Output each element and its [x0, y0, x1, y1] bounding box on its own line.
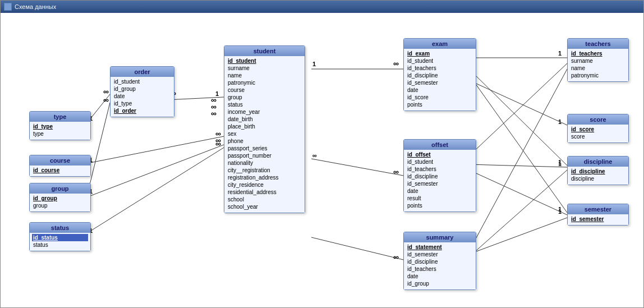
svg-text:∞: ∞ — [215, 129, 221, 138]
table-status-body: id_status status — [30, 233, 90, 251]
field-exam-id_student: id_student — [407, 57, 472, 65]
field-student-name: name — [228, 72, 301, 79]
field-student-residential_address: residential_address — [228, 189, 301, 196]
table-discipline[interactable]: discipline id_discipline discipline — [567, 156, 629, 185]
table-exam-header: exam — [404, 39, 476, 49]
field-summary-date: date — [407, 273, 472, 280]
table-student[interactable]: student id_student surname name patronym… — [224, 45, 305, 213]
svg-line-30 — [469, 69, 567, 166]
svg-text:1: 1 — [558, 208, 562, 215]
field-exam-id_score: id_score — [407, 94, 472, 101]
field-student-course: course — [228, 86, 301, 94]
field-exam-id_discipline: id_discipline — [407, 72, 472, 79]
field-exam-id_semester: id_semester — [407, 79, 472, 86]
field-student-city_residence: city_residence — [228, 181, 301, 189]
field-order-id_order: id_order — [114, 107, 171, 114]
field-student-income_year: income_year — [228, 108, 301, 116]
svg-text:∞: ∞ — [211, 102, 217, 111]
field-student-surname: surname — [228, 65, 301, 72]
field-student-school_year: school_year — [228, 203, 301, 210]
svg-text:1: 1 — [312, 61, 316, 67]
field-id_status: id_status — [32, 234, 88, 241]
svg-line-0 — [167, 97, 224, 100]
svg-text:1: 1 — [215, 90, 219, 97]
table-discipline-body: id_discipline discipline — [568, 167, 628, 185]
field-offset-points: points — [407, 202, 472, 209]
field-status: status — [33, 241, 87, 249]
field-score-id_score: id_score — [571, 126, 625, 133]
svg-text:∞: ∞ — [103, 95, 109, 104]
table-course[interactable]: course id_course — [29, 155, 91, 177]
svg-line-20 — [311, 159, 403, 176]
field-exam-id_teachers: id_teachers — [407, 65, 472, 72]
table-score-header: score — [568, 114, 628, 125]
table-teachers[interactable]: teachers id_teachers surname name patron… — [567, 38, 629, 82]
field-student-id_student: id_student — [228, 57, 301, 65]
svg-text:1: 1 — [558, 50, 562, 57]
svg-text:1: 1 — [558, 160, 562, 167]
field-student-passport_series: passport_series — [228, 145, 301, 152]
field-summary-id_teachers: id_teachers — [407, 265, 472, 273]
svg-text:1: 1 — [558, 159, 562, 166]
svg-line-39 — [469, 170, 567, 215]
svg-text:∞: ∞ — [211, 109, 217, 118]
field-id_course: id_course — [33, 167, 87, 174]
table-semester-body: id_semester — [568, 214, 628, 225]
field-order-id_type: id_type — [114, 100, 171, 107]
field-student-nationality: nationality — [228, 159, 301, 167]
field-student-school: school — [228, 196, 301, 203]
table-order-body: id_student id_group date id_type id_orde… — [111, 77, 174, 117]
svg-line-6 — [88, 136, 224, 163]
svg-line-36 — [469, 164, 567, 167]
field-semester-id_semester: id_semester — [571, 215, 625, 223]
table-discipline-header: discipline — [568, 157, 628, 167]
svg-line-14 — [88, 148, 224, 233]
window-icon — [4, 3, 12, 11]
svg-text:1: 1 — [558, 118, 562, 125]
table-type[interactable]: type id_type type — [29, 111, 91, 140]
field-exam-id_exam: id_exam — [407, 50, 472, 57]
table-exam[interactable]: exam id_exam id_student id_teachers id_d… — [403, 38, 476, 111]
table-course-body: id_course — [30, 166, 90, 176]
field-group: group — [33, 202, 87, 209]
field-student-registration_address: registration_address — [228, 174, 301, 181]
field-teachers-surname: surname — [571, 57, 625, 65]
svg-line-23 — [311, 237, 403, 260]
svg-text:∞: ∞ — [215, 139, 221, 148]
field-student-patronymic: patronymic — [228, 79, 301, 86]
svg-line-46 — [469, 218, 567, 254]
svg-line-32 — [469, 75, 567, 213]
table-offset[interactable]: offset id_offset id_student id_teachers … — [403, 139, 476, 212]
field-exam-points: points — [407, 101, 472, 108]
svg-line-3 — [88, 94, 110, 122]
table-status[interactable]: status id_status status — [29, 222, 91, 251]
connections-svg: ∞ 1 1 ∞ 1 ∞ 1 ∞ ∞ 1 ∞ — [1, 13, 643, 307]
table-order[interactable]: order id_student id_group date id_type i… — [110, 66, 174, 117]
table-group-header: group — [30, 183, 90, 194]
field-student-passport_number: passport_number — [228, 152, 301, 159]
table-semester-header: semester — [568, 204, 628, 214]
field-offset-id_teachers: id_teachers — [407, 166, 472, 173]
field-student-status: status — [228, 101, 301, 108]
main-window: Схема данных ∞ 1 1 ∞ 1 ∞ 1 ∞ — [0, 0, 644, 308]
svg-text:∞: ∞ — [393, 167, 399, 176]
table-summary[interactable]: summary id_statement id_semester id_disc… — [403, 232, 476, 290]
table-group[interactable]: group id_group group — [29, 183, 91, 212]
table-exam-body: id_exam id_student id_teachers id_discip… — [404, 49, 476, 111]
svg-line-12 — [88, 145, 224, 197]
field-type: type — [33, 130, 87, 137]
field-summary-id_discipline: id_discipline — [407, 258, 472, 265]
table-score[interactable]: score id_score score — [567, 114, 629, 143]
table-teachers-header: teachers — [568, 39, 628, 49]
table-summary-body: id_statement id_semester id_discipline i… — [404, 242, 476, 289]
field-teachers-id_teachers: id_teachers — [571, 50, 625, 57]
svg-text:∞: ∞ — [393, 59, 399, 68]
field-summary-id_statement: id_statement — [407, 243, 472, 251]
table-semester[interactable]: semester id_semester — [567, 204, 629, 226]
svg-text:1: 1 — [558, 206, 562, 213]
svg-text:∞: ∞ — [215, 136, 221, 145]
table-student-header: student — [224, 46, 305, 56]
field-discipline-id_discipline: id_discipline — [571, 168, 625, 175]
table-group-body: id_group group — [30, 194, 90, 212]
field-offset-date: date — [407, 187, 472, 195]
